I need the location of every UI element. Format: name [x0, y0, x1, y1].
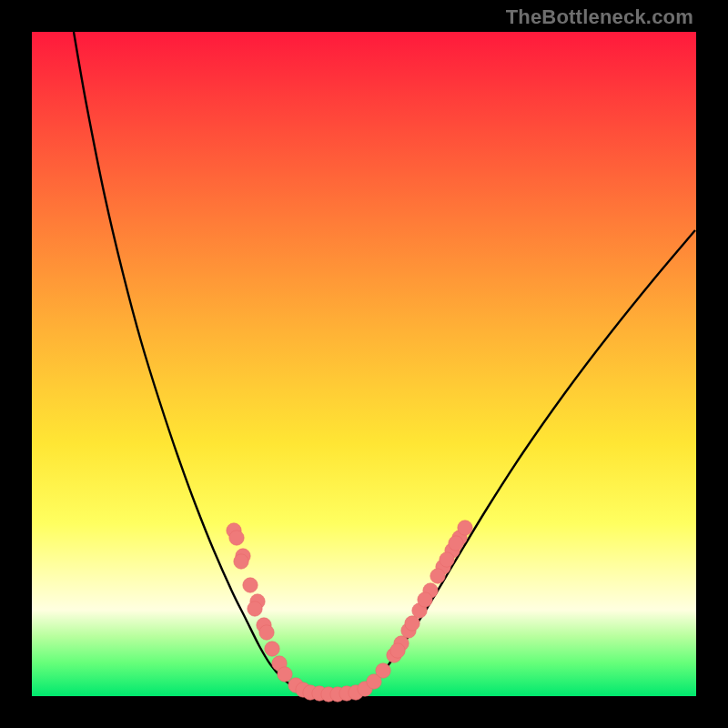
scatter-markers	[227, 521, 472, 702]
scatter-point	[405, 616, 420, 631]
outer-frame: TheBottleneck.com	[0, 0, 728, 728]
scatter-point	[243, 578, 258, 592]
scatter-point	[418, 592, 432, 607]
scatter-point	[248, 602, 262, 616]
scatter-point	[278, 667, 292, 682]
plot-area	[32, 32, 696, 696]
scatter-point	[458, 521, 472, 535]
scatter-point	[430, 569, 445, 583]
chart-svg	[32, 32, 696, 696]
scatter-point	[234, 554, 248, 569]
scatter-point	[376, 663, 390, 678]
scatter-point	[229, 531, 244, 545]
scatter-point	[449, 536, 463, 551]
watermark-text: TheBottleneck.com	[506, 5, 693, 29]
scatter-point	[390, 643, 405, 658]
left-curve	[74, 32, 305, 693]
scatter-point	[440, 552, 454, 567]
scatter-point	[265, 642, 279, 656]
scatter-point	[259, 625, 274, 640]
